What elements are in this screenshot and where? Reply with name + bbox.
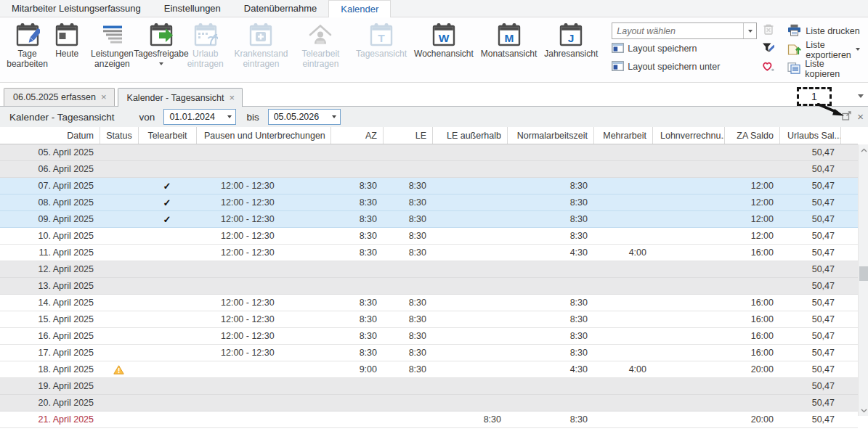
cell-datum[interactable]: 17. April 2025 [0, 345, 100, 361]
cell-lohnverrechnung[interactable] [652, 144, 724, 160]
table-row[interactable]: 18. April 20259:008:304:304:0020:0050,47 [0, 361, 858, 378]
cell-status[interactable] [100, 195, 138, 210]
tab-close-icon[interactable]: × [101, 94, 107, 101]
cell-lohnverrechnung[interactable] [652, 211, 724, 227]
cell-pausen[interactable] [196, 261, 330, 277]
cell-lohnverrechnung[interactable] [652, 295, 724, 311]
cell-le[interactable]: 8:30 [383, 311, 432, 327]
cell-le_ausserhalb[interactable]: 8:30 [432, 412, 507, 427]
cell-lohnverrechnung[interactable] [652, 378, 724, 394]
column-header-za_saldo[interactable]: ZA Saldo [724, 127, 779, 144]
cell-az[interactable]: 8:30 [330, 228, 383, 244]
date-from-input[interactable] [164, 112, 224, 122]
cell-mehrarbeit[interactable] [593, 261, 652, 277]
date-to-dropdown-button[interactable] [328, 113, 340, 120]
cell-telearbeit[interactable] [138, 378, 196, 394]
cell-mehrarbeit[interactable] [593, 211, 652, 227]
cell-status[interactable] [100, 245, 138, 261]
cell-normalarbeitszeit[interactable]: 4:30 [507, 361, 593, 377]
table-row[interactable]: 15. April 202512:00 - 12:308:308:308:301… [0, 311, 858, 328]
cell-telearbeit[interactable] [138, 144, 196, 160]
cell-az[interactable]: 8:30 [330, 295, 383, 311]
cell-lohnverrechnung[interactable] [652, 311, 724, 327]
cell-datum[interactable]: 20. April 2025 [0, 395, 100, 411]
cell-az[interactable]: 8:30 [330, 245, 383, 261]
cell-le[interactable]: 8:30 [383, 228, 432, 244]
cell-le_ausserhalb[interactable] [432, 161, 507, 177]
liste-exportieren-button[interactable]: Liste exportieren [787, 41, 860, 60]
cell-za_saldo[interactable] [724, 395, 779, 411]
cell-urlaubs_saldo[interactable]: 50,47 [779, 378, 840, 394]
cell-za_saldo[interactable] [724, 144, 779, 160]
cell-mehrarbeit[interactable]: 4:00 [593, 245, 652, 261]
cell-le_ausserhalb[interactable] [432, 311, 507, 327]
cell-le_ausserhalb[interactable] [432, 395, 507, 411]
cell-status[interactable] [100, 328, 138, 344]
cell-le[interactable]: 8:30 [383, 195, 432, 210]
layout-combobox-dropdown-button[interactable] [743, 23, 756, 38]
cell-status[interactable] [100, 228, 138, 244]
cell-lohnverrechnung[interactable] [652, 178, 724, 194]
table-row[interactable]: 17. April 202512:00 - 12:308:308:308:301… [0, 345, 858, 361]
cell-az[interactable]: 9:00 [330, 361, 383, 377]
layout-combobox-input[interactable] [612, 26, 743, 36]
cell-urlaubs_saldo[interactable]: 50,47 [779, 245, 840, 261]
column-header-pausen[interactable]: Pausen und Unterbrechungen [196, 127, 330, 144]
cell-status[interactable] [100, 261, 138, 277]
table-row[interactable]: 07. April 2025✓12:00 - 12:308:308:308:30… [0, 178, 858, 195]
cell-telearbeit[interactable] [138, 245, 196, 261]
cell-pausen[interactable]: 12:00 - 12:30 [196, 178, 330, 194]
ribbon-tab-datenübernahme[interactable]: Datenübernahme [232, 0, 328, 17]
cell-status[interactable] [100, 144, 138, 160]
cell-pausen[interactable] [196, 161, 330, 177]
cell-telearbeit[interactable] [138, 328, 196, 344]
cell-lohnverrechnung[interactable] [652, 328, 724, 344]
cell-datum[interactable]: 08. April 2025 [0, 195, 100, 210]
cell-az[interactable] [330, 261, 383, 277]
cell-pausen[interactable] [196, 144, 330, 160]
cell-lohnverrechnung[interactable] [652, 228, 724, 244]
cell-az[interactable] [330, 161, 383, 177]
cell-le[interactable]: 8:30 [383, 345, 432, 361]
cell-telearbeit[interactable]: ✓ [138, 211, 196, 227]
cell-az[interactable]: 8:30 [330, 345, 383, 361]
cell-normalarbeitszeit[interactable]: 8:30 [507, 211, 593, 227]
cell-za_saldo[interactable]: 12:00 [724, 228, 779, 244]
cell-pausen[interactable]: 12:00 - 12:30 [196, 245, 330, 261]
table-row[interactable]: 05. April 202550,47 [0, 144, 858, 161]
cell-urlaubs_saldo[interactable]: 50,47 [779, 228, 840, 244]
cell-pausen[interactable]: 12:00 - 12:30 [196, 328, 330, 344]
layout-combobox[interactable] [612, 22, 757, 39]
column-header-telearbeit[interactable]: Telearbeit [138, 127, 196, 144]
cell-normalarbeitszeit[interactable] [507, 261, 593, 277]
column-header-status[interactable]: Status [100, 127, 138, 144]
scroll-up-button[interactable] [859, 144, 868, 155]
cell-telearbeit[interactable] [138, 295, 196, 311]
table-row[interactable]: 06. April 202550,47 [0, 161, 858, 178]
cell-mehrarbeit[interactable] [593, 161, 652, 177]
cell-telearbeit[interactable] [138, 228, 196, 244]
column-header-le[interactable]: LE [383, 127, 432, 144]
close-view-button[interactable]: × [857, 112, 864, 121]
favorite-heart-icon[interactable] [762, 61, 774, 75]
cell-urlaubs_saldo[interactable]: 50,47 [779, 178, 840, 194]
cell-urlaubs_saldo[interactable]: 50,47 [779, 278, 840, 294]
cell-mehrarbeit[interactable] [593, 278, 652, 294]
cell-pausen[interactable]: 12:00 - 12:30 [196, 228, 330, 244]
cell-le_ausserhalb[interactable] [432, 245, 507, 261]
cell-lohnverrechnung[interactable] [652, 395, 724, 411]
ribbon-tab-kalender[interactable]: Kalender [328, 0, 391, 17]
cell-lohnverrechnung[interactable] [652, 412, 724, 427]
cell-telearbeit[interactable] [138, 278, 196, 294]
cell-az[interactable]: 8:30 [330, 195, 383, 210]
cell-lohnverrechnung[interactable] [652, 161, 724, 177]
cell-le_ausserhalb[interactable] [432, 278, 507, 294]
cell-urlaubs_saldo[interactable]: 50,47 [779, 161, 840, 177]
scroll-down-button[interactable] [859, 405, 868, 416]
cell-mehrarbeit[interactable] [593, 378, 652, 394]
cell-telearbeit[interactable] [138, 361, 196, 377]
cell-datum[interactable]: 07. April 2025 [0, 178, 100, 194]
cell-az[interactable]: 8:30 [330, 211, 383, 227]
cell-datum[interactable]: 19. April 2025 [0, 378, 100, 394]
cell-le_ausserhalb[interactable] [432, 378, 507, 394]
